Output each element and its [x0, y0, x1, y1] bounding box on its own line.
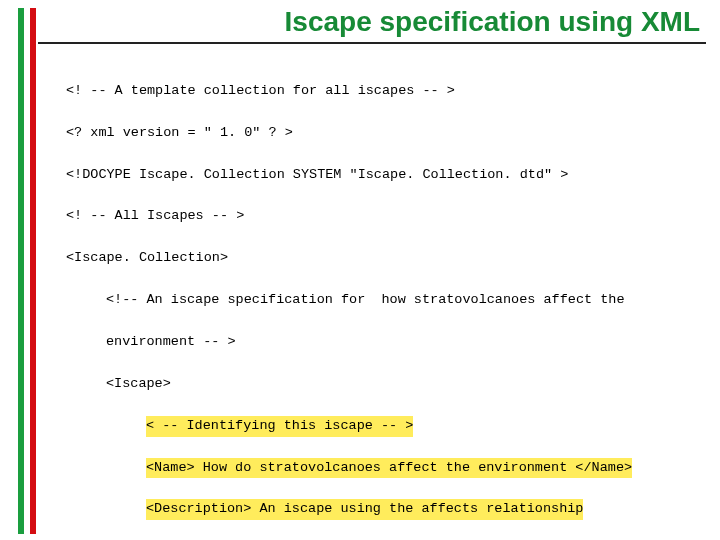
code-line: <? xml version = " 1. 0" ? > [66, 123, 706, 144]
stripe-red [30, 8, 36, 534]
code-line: <!DOCYPE Iscape. Collection SYSTEM "Isca… [66, 165, 706, 186]
code-line-highlight: <Name> How do stratovolcanoes affect the… [146, 458, 632, 479]
xml-code-block: <! -- A template collection for all isca… [66, 60, 706, 540]
code-line: <! -- A template collection for all isca… [66, 81, 706, 102]
code-line: <Iscape> [66, 374, 706, 395]
left-flag-stripes [18, 8, 36, 534]
title-underline [38, 42, 706, 44]
code-line: <!-- An iscape specification for how str… [66, 290, 706, 311]
slide-title: Iscape specification using XML [285, 6, 700, 38]
code-line: environment -- > [66, 332, 706, 353]
code-line: <Iscape. Collection> [66, 248, 706, 269]
code-line: <! -- All Iscapes -- > [66, 206, 706, 227]
code-line-highlight: < -- Identifying this iscape -- > [146, 416, 413, 437]
code-line-highlight: <Description> An iscape using the affect… [146, 499, 583, 520]
